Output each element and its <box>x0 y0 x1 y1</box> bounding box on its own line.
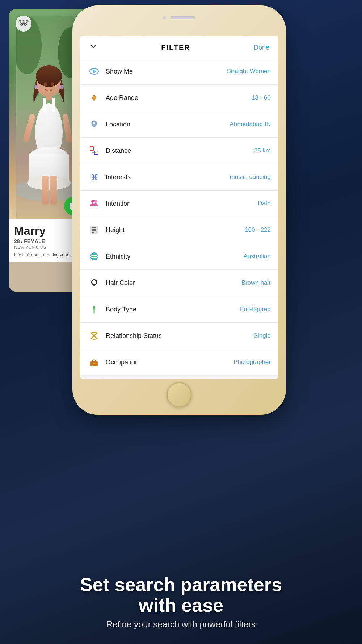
done-button[interactable]: Done <box>254 44 269 51</box>
show-me-label: Show Me <box>106 68 227 75</box>
svg-point-19 <box>36 65 62 87</box>
relationship-status-label: Relationship Status <box>106 332 254 340</box>
filter-row-hair-color[interactable]: Hair Color Brown hair <box>80 270 278 296</box>
phone-screen: FILTER Done Show Me Straight Women <box>80 36 278 379</box>
filter-row-body-type[interactable]: Body Type Full-figured <box>80 296 278 323</box>
age-range-label: Age Range <box>106 94 252 102</box>
bottom-subtext: Refine your search with powerful filters <box>106 619 256 630</box>
age-range-value: 18 - 60 <box>252 94 271 101</box>
svg-marker-30 <box>92 96 96 100</box>
height-icon <box>88 223 101 237</box>
distance-value: 25 km <box>254 147 271 154</box>
svg-point-31 <box>93 122 95 124</box>
filter-row-height[interactable]: Height 100 - 222 <box>80 217 278 243</box>
distance-label: Distance <box>106 147 254 155</box>
svg-rect-51 <box>90 361 98 366</box>
interests-label: Interests <box>106 173 230 181</box>
settings-icon[interactable] <box>16 16 31 32</box>
relationship-status-icon <box>88 329 101 342</box>
back-button[interactable] <box>89 42 98 53</box>
filter-row-show-me[interactable]: Show Me Straight Women <box>80 58 278 85</box>
svg-point-45 <box>92 284 96 286</box>
camera-dot <box>163 16 166 19</box>
hair-color-label: Hair Color <box>106 279 241 287</box>
svg-rect-21 <box>52 98 55 112</box>
occupation-icon <box>88 356 101 369</box>
filter-list: Show Me Straight Women Age Range 18 - 60 <box>80 58 278 376</box>
svg-rect-32 <box>90 147 94 150</box>
occupation-value: Photographer <box>233 359 271 366</box>
svg-rect-52 <box>93 363 95 364</box>
ethnicity-label: Ethnicity <box>106 253 243 260</box>
relationship-status-value: Single <box>254 332 271 339</box>
filter-row-distance[interactable]: Distance 25 km <box>80 138 278 164</box>
svg-point-28 <box>94 71 95 72</box>
svg-rect-14 <box>50 176 57 205</box>
woman-figure <box>16 16 81 219</box>
occupation-label: Occupation <box>106 359 233 366</box>
home-button[interactable] <box>167 382 192 407</box>
filter-row-occupation[interactable]: Occupation Photographer <box>80 349 278 376</box>
svg-point-24 <box>34 85 39 89</box>
show-me-icon <box>88 65 101 78</box>
hair-color-icon <box>88 276 101 289</box>
svg-point-37 <box>91 200 94 203</box>
show-me-value: Straight Women <box>227 68 271 75</box>
svg-point-22 <box>43 82 47 87</box>
filter-row-location[interactable]: Location Ahmedabad,IN <box>80 111 278 138</box>
hair-color-value: Brown hair <box>241 279 271 287</box>
age-range-icon <box>88 91 101 104</box>
ethnicity-value: Australian <box>243 253 271 260</box>
interests-value: music, dancing <box>230 173 271 181</box>
intention-label: Intention <box>106 200 258 208</box>
filter-header: FILTER Done <box>80 36 278 58</box>
location-icon <box>88 118 101 131</box>
filter-row-age-range[interactable]: Age Range 18 - 60 <box>80 85 278 111</box>
svg-text:⌘: ⌘ <box>90 173 98 182</box>
filter-row-ethnicity[interactable]: Ethnicity Australian <box>80 243 278 270</box>
height-value: 100 - 222 <box>245 226 271 234</box>
speaker <box>170 16 195 19</box>
body-type-value: Full-figured <box>240 306 271 313</box>
phone-notch <box>72 16 286 19</box>
ethnicity-icon <box>88 250 101 263</box>
svg-rect-20 <box>43 98 46 112</box>
body-type-label: Body Type <box>106 306 240 313</box>
filter-row-intention[interactable]: Intention Date <box>80 191 278 217</box>
phone-frame: FILTER Done Show Me Straight Women <box>72 5 286 415</box>
location-value: Ahmedabad,IN <box>230 121 271 128</box>
height-label: Height <box>106 226 245 234</box>
svg-point-38 <box>94 200 97 203</box>
location-label: Location <box>106 121 230 128</box>
svg-point-25 <box>59 85 63 89</box>
bottom-heading: Set search parameterswith ease <box>80 574 282 616</box>
svg-point-23 <box>51 82 54 87</box>
bottom-section: Set search parameterswith ease Refine yo… <box>0 521 362 644</box>
distance-icon <box>88 144 101 157</box>
intention-icon <box>88 197 101 210</box>
filter-row-relationship-status[interactable]: Relationship Status Single <box>80 323 278 349</box>
filter-row-interests[interactable]: ⌘ Interests music, dancing <box>80 164 278 191</box>
interests-icon: ⌘ <box>88 171 101 184</box>
body-type-icon <box>88 303 101 316</box>
svg-rect-13 <box>42 176 49 205</box>
intention-value: Date <box>258 200 271 207</box>
filter-title: FILTER <box>161 43 190 52</box>
